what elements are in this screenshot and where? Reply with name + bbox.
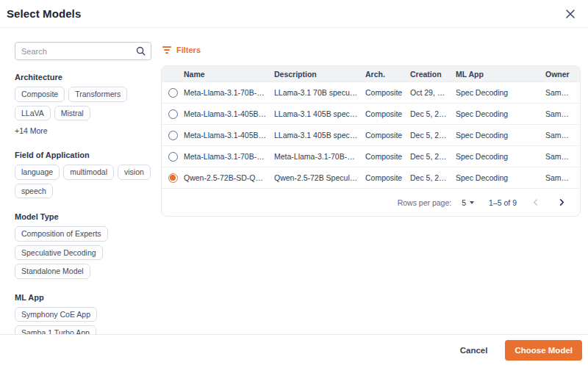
column-header-ml-app: ML App xyxy=(456,70,545,79)
row-radio-button[interactable] xyxy=(168,131,178,140)
cell-name: Meta-Llama-3.1-405B-SD… xyxy=(184,131,274,140)
cell-owner: SambaNo… xyxy=(545,173,580,182)
cell-arch: Composite xyxy=(365,131,410,140)
chevron-down-icon xyxy=(470,201,474,204)
filter-icon xyxy=(162,46,171,54)
filter-chip[interactable]: Standalone Model xyxy=(15,264,90,279)
cell-arch: Composite xyxy=(365,109,410,118)
cell-name: Meta-Llama-3.1-405B-SD… xyxy=(184,109,274,118)
column-header-owner: Owner xyxy=(545,70,580,79)
cell-ml-app: Spec Decoding xyxy=(456,88,545,97)
filter-sidebar: Architecture Composite Transformers LLaV… xyxy=(0,42,151,334)
filter-chip[interactable]: Speculative Decoding xyxy=(15,245,103,261)
filter-section-label: Model Type xyxy=(15,212,151,221)
filter-chip[interactable]: Composite xyxy=(15,87,65,102)
rows-per-page-value: 5 xyxy=(462,198,466,207)
filter-section-ml-app: ML App Symphony CoE App Samba 1 Turbo Ap… xyxy=(15,293,151,335)
cell-owner: SambaNo… xyxy=(545,152,580,161)
cell-creation: Dec 5, 2024 xyxy=(410,173,456,182)
filter-chip[interactable]: Composition of Experts xyxy=(15,226,108,242)
cell-description: LLama-3.1 405B speculati… xyxy=(274,131,365,140)
cell-creation: Oct 29, 2024 xyxy=(410,88,456,97)
next-page-icon[interactable] xyxy=(553,195,570,211)
models-table: Name Description Arch. Creation ML App O… xyxy=(161,65,581,217)
cell-arch: Composite xyxy=(365,88,410,97)
search-box xyxy=(15,42,151,60)
filter-chip[interactable]: Transformers xyxy=(68,87,127,102)
filters-button-label: Filters xyxy=(176,46,201,54)
filter-chip[interactable]: Samba 1 Turbo App xyxy=(15,325,96,334)
cell-creation: Dec 5, 2024 xyxy=(410,131,456,140)
row-radio-button[interactable] xyxy=(168,88,178,98)
row-radio-button[interactable] xyxy=(168,109,178,119)
show-more-link[interactable]: +14 More xyxy=(15,126,48,135)
cell-ml-app: Spec Decoding xyxy=(456,109,545,118)
cell-creation: Dec 5, 2024 xyxy=(410,152,456,161)
cell-ml-app: Spec Decoding xyxy=(456,131,545,140)
pagination-range: 1–5 of 9 xyxy=(489,198,517,207)
column-header-name: Name xyxy=(184,70,274,79)
filter-section-model-type: Model Type Composition of Experts Specul… xyxy=(15,212,151,279)
cell-description: Qwen-2.5-72B Speculativ… xyxy=(274,173,365,182)
cell-owner: SambaNo… xyxy=(545,109,580,118)
cell-creation: Dec 5, 2024 xyxy=(410,109,456,118)
cell-description: LLama-3.1 405B speculati… xyxy=(274,109,365,118)
filter-section-label: Field of Application xyxy=(15,151,151,159)
cell-arch: Composite xyxy=(365,173,410,182)
cell-ml-app: Spec Decoding xyxy=(456,173,545,182)
filter-section-label: ML App xyxy=(15,293,151,302)
dialog-footer: Cancel Choose Model xyxy=(0,334,588,365)
rows-per-page-label: Rows per page: xyxy=(398,198,452,207)
filter-chip[interactable]: vision xyxy=(118,165,151,180)
filter-section-label: Architecture xyxy=(15,73,151,82)
page-title: Select Models xyxy=(7,7,81,20)
search-input[interactable] xyxy=(21,47,136,56)
cancel-button[interactable]: Cancel xyxy=(454,341,494,359)
cell-name: Qwen-2.5-72B-SD-Qwen-… xyxy=(184,173,274,182)
row-radio-button[interactable] xyxy=(168,173,178,183)
filter-chip[interactable]: Mistral xyxy=(54,106,90,121)
filters-button[interactable]: Filters xyxy=(161,42,202,58)
filter-chip[interactable]: LLaVA xyxy=(15,106,51,121)
dialog-body: Architecture Composite Transformers LLaV… xyxy=(0,28,588,334)
cell-owner: SambaNo… xyxy=(545,131,580,140)
column-header-creation: Creation xyxy=(410,70,456,79)
table-header-row: Name Description Arch. Creation ML App O… xyxy=(162,66,580,82)
cell-owner: SambaNo… xyxy=(545,88,580,97)
cell-arch: Composite xyxy=(365,152,410,161)
filter-chip[interactable]: language xyxy=(15,165,60,180)
table-pagination: Rows per page: 5 1–5 of 9 xyxy=(162,188,580,216)
rows-per-page-select[interactable]: 5 xyxy=(462,198,474,207)
table-row[interactable]: Meta-Llama-3.1-70B-SD-L… LLama-3.1 70B s… xyxy=(162,82,580,103)
row-radio-button[interactable] xyxy=(168,152,178,162)
filter-chip[interactable]: speech xyxy=(15,184,53,199)
table-row[interactable]: Meta-Llama-3.1-405B-SD… LLama-3.1 405B s… xyxy=(162,124,580,145)
filter-section-architecture: Architecture Composite Transformers LLaV… xyxy=(15,73,151,137)
cell-name: Meta-Llama-3.1-70B-SD-L… xyxy=(184,88,274,97)
cell-description: LLama-3.1 70B speculative… xyxy=(274,88,365,97)
prev-page-icon[interactable] xyxy=(527,195,543,211)
search-icon[interactable] xyxy=(136,46,146,56)
table-row[interactable]: Qwen-2.5-72B-SD-Qwen-… Qwen-2.5-72B Spec… xyxy=(162,167,580,188)
filter-chip[interactable]: Symphony CoE App xyxy=(15,307,97,322)
choose-model-button[interactable]: Choose Model xyxy=(505,340,582,361)
table-row[interactable]: Meta-Llama-3.1-405B-SD… LLama-3.1 405B s… xyxy=(162,103,580,124)
cell-ml-app: Spec Decoding xyxy=(456,152,545,161)
dialog-header: Select Models xyxy=(0,0,588,28)
cell-name: Meta-Llama-3.1-70B-SD-L… xyxy=(184,152,274,161)
close-icon[interactable] xyxy=(563,7,578,21)
filter-section-field-of-application: Field of Application language multimodal… xyxy=(15,151,151,198)
column-header-description: Description xyxy=(274,70,365,79)
column-header-arch: Arch. xyxy=(365,70,410,79)
table-row[interactable]: Meta-Llama-3.1-70B-SD-L… Meta-Llama-3.1-… xyxy=(162,145,580,167)
table-area: Filters Name Description Arch. Creation … xyxy=(151,42,588,334)
cell-description: Meta-Llama-3.1-70B-SD-L… xyxy=(274,152,365,161)
filter-chip[interactable]: multimodal xyxy=(63,165,114,180)
